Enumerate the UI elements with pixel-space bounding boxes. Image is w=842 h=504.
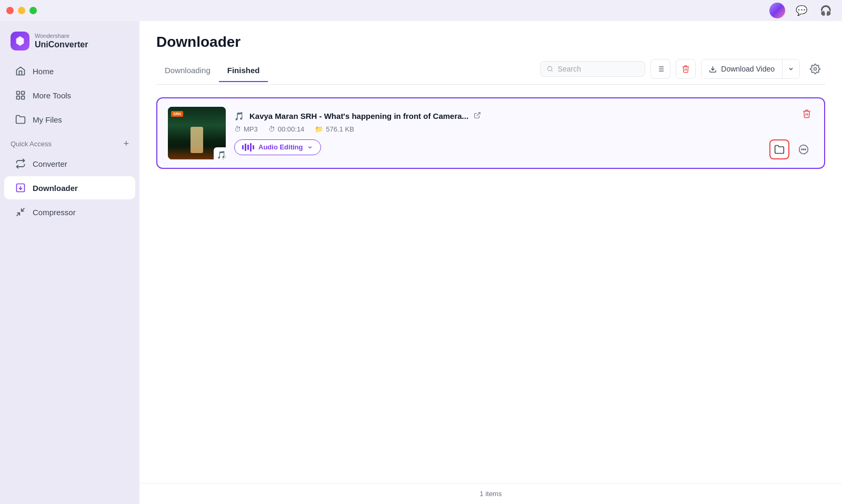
search-input[interactable] — [558, 65, 639, 73]
quick-access-section: Quick Access + — [0, 132, 139, 152]
sidebar-item-more-tools[interactable]: More Tools — [4, 84, 135, 107]
sidebar-label-downloader: Downloader — [33, 184, 78, 193]
logo-brand: Wondershare — [35, 33, 88, 39]
folder-icon — [15, 114, 26, 125]
audio-editing-label: Audio Editing — [258, 143, 303, 151]
app-body: Wondershare UniConverter Home — [0, 21, 842, 504]
avatar[interactable] — [769, 3, 785, 18]
item-title: Kavya Maran SRH - What's happening in fr… — [249, 112, 468, 120]
svg-point-20 — [801, 149, 803, 150]
list-icon — [656, 65, 665, 73]
trash-item-icon — [802, 109, 811, 118]
meta-duration: ⏱ 00:00:14 — [268, 125, 305, 133]
thumbnail: SRH 🎵 — [168, 107, 226, 159]
open-folder-button[interactable] — [769, 139, 789, 159]
time-icon: ⏱ — [268, 125, 275, 133]
list-view-button[interactable] — [650, 59, 670, 79]
tab-finished[interactable]: Finished — [219, 62, 268, 82]
svg-rect-3 — [22, 96, 25, 99]
grid-icon — [15, 89, 26, 101]
page-title: Downloader — [156, 34, 825, 51]
items-count: 1 items — [480, 490, 502, 498]
sidebar-item-downloader[interactable]: Downloader — [4, 176, 135, 199]
svg-rect-2 — [17, 96, 20, 99]
content-area: SRH 🎵 🎵 Kavya Maran SRH - What's happeni… — [139, 85, 842, 483]
svg-point-22 — [805, 149, 806, 150]
footer: 1 items — [139, 483, 842, 504]
search-box[interactable] — [540, 61, 645, 77]
chevron-down-icon — [788, 66, 794, 72]
audio-wave-icon — [242, 143, 254, 152]
item-duration: 00:00:14 — [278, 125, 305, 133]
search-icon — [547, 65, 553, 73]
download-video-main-button[interactable]: Download Video — [701, 59, 783, 78]
add-quick-access-button[interactable]: + — [123, 139, 129, 148]
svg-line-6 — [17, 213, 20, 216]
item-format: MP3 — [244, 125, 258, 133]
svg-rect-1 — [22, 92, 25, 95]
svg-point-21 — [803, 149, 804, 150]
tabs: Downloading Finished — [156, 62, 268, 82]
sidebar-label-more-tools: More Tools — [33, 91, 71, 100]
quick-access-label: Quick Access — [11, 140, 52, 148]
clock-icon: ⏱ — [234, 125, 241, 133]
meta-format: ⏱ MP3 — [234, 125, 258, 133]
more-options-button[interactable] — [794, 139, 814, 159]
svg-line-18 — [477, 113, 480, 116]
audio-editing-button[interactable]: Audio Editing — [234, 139, 321, 155]
close-button[interactable] — [6, 7, 14, 14]
trash-icon — [681, 65, 690, 73]
compress-icon — [15, 206, 26, 218]
meta-size: 📁 576.1 KB — [315, 125, 354, 133]
item-actions — [769, 107, 814, 159]
toolbar-right: Download Video — [540, 59, 825, 84]
svg-line-9 — [552, 70, 553, 71]
dropdown-chevron-icon — [307, 144, 313, 150]
item-meta: ⏱ MP3 ⏱ 00:00:14 📁 576.1 KB — [234, 125, 761, 133]
settings-button[interactable] — [805, 59, 825, 79]
item-size: 576.1 KB — [326, 125, 354, 133]
sidebar-label-compressor: Compressor — [33, 208, 76, 217]
settings-icon — [810, 64, 820, 74]
download-icon — [709, 65, 717, 73]
logo-text: Wondershare UniConverter — [35, 33, 88, 49]
logo-name: UniConverter — [35, 39, 88, 49]
action-bottom — [769, 139, 814, 159]
tabs-toolbar: Downloading Finished — [156, 59, 825, 85]
folder-open-icon — [774, 144, 785, 155]
sidebar-label-home: Home — [33, 67, 54, 76]
svg-rect-0 — [17, 92, 20, 95]
music-badge: 🎵 — [214, 147, 226, 159]
app-logo — [11, 32, 29, 51]
sidebar-label-my-files: My Files — [33, 115, 62, 124]
titlebar-right: 💬 🎧 — [769, 3, 834, 18]
minimize-button[interactable] — [18, 7, 25, 14]
sidebar-item-my-files[interactable]: My Files — [4, 108, 135, 131]
download-item-card: SRH 🎵 🎵 Kavya Maran SRH - What's happeni… — [156, 97, 825, 169]
logo-area: Wondershare UniConverter — [0, 25, 139, 59]
download-video-button[interactable]: Download Video — [701, 59, 800, 79]
sidebar-item-home[interactable]: Home — [4, 59, 135, 83]
music-note-icon: 🎵 — [234, 112, 244, 121]
more-circle-icon — [798, 144, 809, 155]
svg-point-8 — [548, 66, 552, 70]
folder-size-icon: 📁 — [315, 125, 323, 133]
download-video-dropdown[interactable] — [783, 59, 799, 78]
open-link-icon[interactable] — [474, 112, 481, 120]
sidebar-item-compressor[interactable]: Compressor — [4, 200, 135, 224]
main-content: Downloader Downloading Finished — [139, 21, 842, 504]
tab-downloading[interactable]: Downloading — [156, 62, 219, 82]
headphones-icon[interactable]: 🎧 — [818, 3, 834, 18]
item-info: 🎵 Kavya Maran SRH - What's happening in … — [234, 112, 761, 155]
converter-icon — [15, 158, 26, 169]
content-header: Downloader Downloading Finished — [139, 21, 842, 85]
delete-item-button[interactable] — [800, 107, 814, 123]
sidebar-item-converter[interactable]: Converter — [4, 152, 135, 175]
delete-all-button[interactable] — [676, 59, 696, 79]
maximize-button[interactable] — [29, 7, 37, 14]
download-video-label: Download Video — [721, 65, 775, 73]
chat-icon[interactable]: 💬 — [794, 3, 809, 18]
home-icon — [15, 65, 26, 77]
svg-point-17 — [814, 68, 817, 70]
titlebar: 💬 🎧 — [0, 0, 842, 21]
